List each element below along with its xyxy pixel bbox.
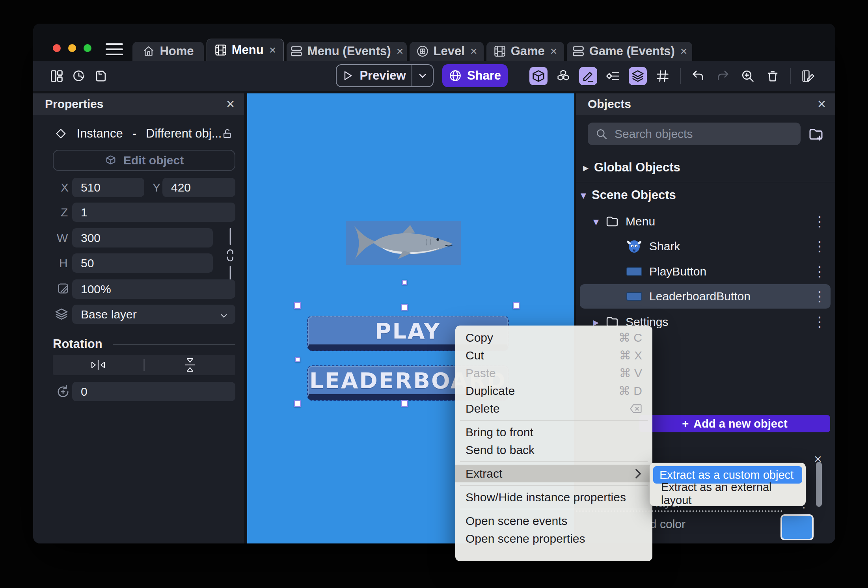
new-folder-icon[interactable] xyxy=(808,126,824,142)
object-folder-menu[interactable]: ▾ Menu ⋮ xyxy=(576,209,835,234)
opacity-field[interactable]: 100% xyxy=(72,279,235,299)
close-icon[interactable]: × xyxy=(550,45,557,58)
close-icon[interactable]: × xyxy=(818,96,826,112)
close-icon[interactable]: × xyxy=(226,96,235,112)
preview-button[interactable]: Preview xyxy=(337,65,412,86)
object-label: PlayButton xyxy=(649,265,706,278)
rotation-field[interactable]: 0 xyxy=(72,382,235,401)
redo-button[interactable] xyxy=(714,67,732,85)
menu-item-show-hide-instance-properties[interactable]: Show/Hide instance properties xyxy=(455,488,652,506)
tab-menu[interactable]: Menu × xyxy=(207,39,284,61)
tab-label: Game (Events) xyxy=(589,44,675,58)
menu-item-cut[interactable]: Cut ⌘ X xyxy=(455,346,652,364)
window-close-button[interactable] xyxy=(53,44,61,52)
tab-level[interactable]: Level × xyxy=(410,42,484,61)
link-dimensions-icon[interactable] xyxy=(225,228,235,283)
menu-item-delete[interactable]: Delete xyxy=(455,400,652,417)
close-icon[interactable]: × xyxy=(680,45,687,58)
selection-handle-bottom-left[interactable] xyxy=(294,400,301,407)
instance-type-label: Instance xyxy=(77,127,123,141)
kebab-menu-icon[interactable]: ⋮ xyxy=(812,264,827,279)
x-field[interactable]: 510 xyxy=(72,178,144,197)
h-field[interactable]: 50 xyxy=(72,253,213,273)
close-icon[interactable]: × xyxy=(470,45,477,58)
group-label: Global Objects xyxy=(594,160,680,175)
preview-options-button[interactable] xyxy=(412,65,433,86)
kebab-menu-icon[interactable]: ⋮ xyxy=(812,315,827,329)
zoom-in-button[interactable] xyxy=(739,67,757,85)
grid-toggle[interactable] xyxy=(654,67,672,85)
extract-submenu: Extract as a custom object Extract as an… xyxy=(650,463,806,506)
rotation-handle[interactable] xyxy=(402,280,407,285)
menu-item-open-scene-events[interactable]: Open scene events xyxy=(455,512,652,530)
menu-item-copy[interactable]: Copy ⌘ C xyxy=(455,329,652,346)
flip-vertical-button[interactable] xyxy=(145,357,235,373)
save-icon[interactable] xyxy=(94,69,108,83)
close-icon[interactable]: × xyxy=(397,45,404,58)
menu-item-paste[interactable]: Paste ⌘ V xyxy=(455,364,652,382)
y-field[interactable]: 420 xyxy=(162,178,235,197)
w-field[interactable]: 300 xyxy=(72,228,213,247)
selection-handle-top-right[interactable] xyxy=(513,302,520,309)
kebab-menu-icon[interactable]: ⋮ xyxy=(812,239,827,253)
menu-item-bring-to-front[interactable]: Bring to front xyxy=(455,423,652,441)
tab-home[interactable]: Home xyxy=(132,42,204,61)
edit-mode-toggle[interactable] xyxy=(579,67,597,85)
selection-handle-bottom-center[interactable] xyxy=(401,400,408,407)
window-minimize-button[interactable] xyxy=(68,44,76,52)
menu-item-send-to-back[interactable]: Send to back xyxy=(455,441,652,459)
kebab-menu-icon[interactable]: ⋮ xyxy=(812,214,827,229)
tab-label: Home xyxy=(160,44,194,58)
scrollbar[interactable] xyxy=(816,462,822,507)
shark-sprite[interactable] xyxy=(346,221,461,265)
submenu-item-extract-external-layout[interactable]: Extract as an external layout xyxy=(653,485,802,502)
instance-properties-toggle[interactable] xyxy=(604,67,622,85)
objects-panel-toggle[interactable] xyxy=(529,67,548,85)
selection-handle-mid-left[interactable] xyxy=(295,357,300,362)
selection-handle-top-left[interactable] xyxy=(294,302,301,309)
layers-icon xyxy=(631,69,644,83)
tab-menu-events[interactable]: Menu (Events) × xyxy=(287,42,407,61)
menu-separator xyxy=(460,485,648,486)
panels-layout-icon[interactable] xyxy=(50,69,63,83)
scene-objects-group[interactable]: ▾ Scene Objects xyxy=(576,185,835,205)
instances-panel-toggle[interactable] xyxy=(554,67,572,85)
grid-icon xyxy=(656,69,669,83)
color-swatch[interactable] xyxy=(780,514,814,540)
share-button[interactable]: Share xyxy=(442,64,508,87)
edit-object-button[interactable]: Edit object xyxy=(53,150,235,171)
layers-panel-toggle[interactable] xyxy=(629,67,647,85)
layer-select[interactable]: Base layer xyxy=(72,305,235,324)
menu-item-extract[interactable]: Extract xyxy=(455,465,652,482)
tab-game-events[interactable]: Game (Events) × xyxy=(567,42,692,61)
open-scene-events-button[interactable] xyxy=(799,67,817,85)
kebab-menu-icon[interactable]: ⋮ xyxy=(812,289,827,303)
menu-item-label: Cut xyxy=(466,349,484,362)
instance-diamond-icon xyxy=(55,128,67,140)
close-icon[interactable]: × xyxy=(269,43,276,57)
search-input[interactable] xyxy=(615,127,801,141)
add-new-object-label: Add a new object xyxy=(693,417,787,430)
menu-item-open-scene-properties[interactable]: Open scene properties xyxy=(455,530,652,547)
version-history-icon[interactable] xyxy=(72,69,86,83)
delete-button[interactable] xyxy=(764,67,782,85)
opacity-icon xyxy=(57,282,69,295)
lock-open-icon[interactable] xyxy=(222,128,233,140)
flip-horizontal-button[interactable] xyxy=(53,358,143,372)
instance-subtitle: Different obj... xyxy=(146,127,222,141)
object-row-leaderboardbutton[interactable]: LeaderboardButton ⋮ xyxy=(576,284,835,309)
menu-item-label: Extract xyxy=(466,467,502,480)
z-field[interactable]: 1 xyxy=(72,203,235,222)
layer-select-value: Base layer xyxy=(81,308,137,321)
object-row-shark[interactable]: Shark ⋮ xyxy=(576,234,835,259)
object-row-playbutton[interactable]: PlayButton ⋮ xyxy=(576,259,835,284)
layer-icon xyxy=(54,307,69,321)
menu-item-duplicate[interactable]: Duplicate ⌘ D xyxy=(455,382,652,400)
main-menu-icon[interactable] xyxy=(106,43,123,55)
add-new-object-button[interactable]: + Add a new object xyxy=(639,415,830,432)
tab-game[interactable]: Game × xyxy=(486,42,564,61)
global-objects-group[interactable]: ▸ Global Objects xyxy=(576,158,835,177)
selection-handle-top-center[interactable] xyxy=(401,304,408,311)
window-zoom-button[interactable] xyxy=(84,44,91,52)
undo-button[interactable] xyxy=(689,67,707,85)
